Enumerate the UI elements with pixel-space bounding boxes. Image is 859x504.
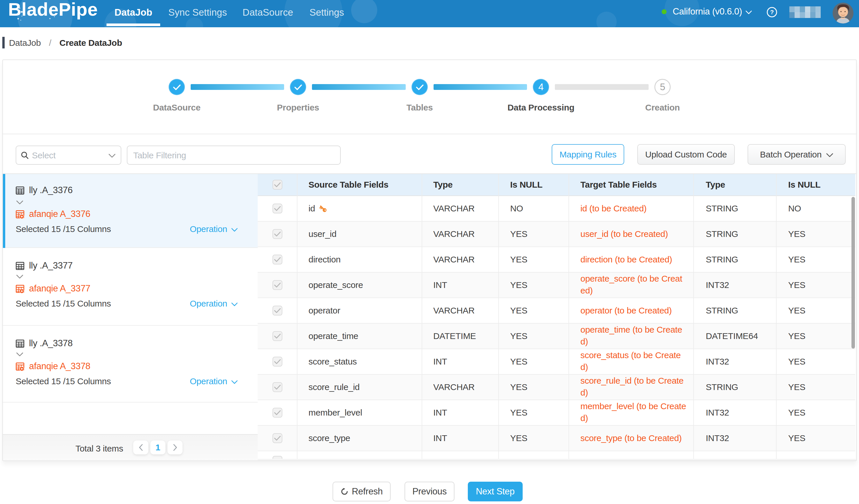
svg-text:?: ?	[770, 9, 774, 15]
